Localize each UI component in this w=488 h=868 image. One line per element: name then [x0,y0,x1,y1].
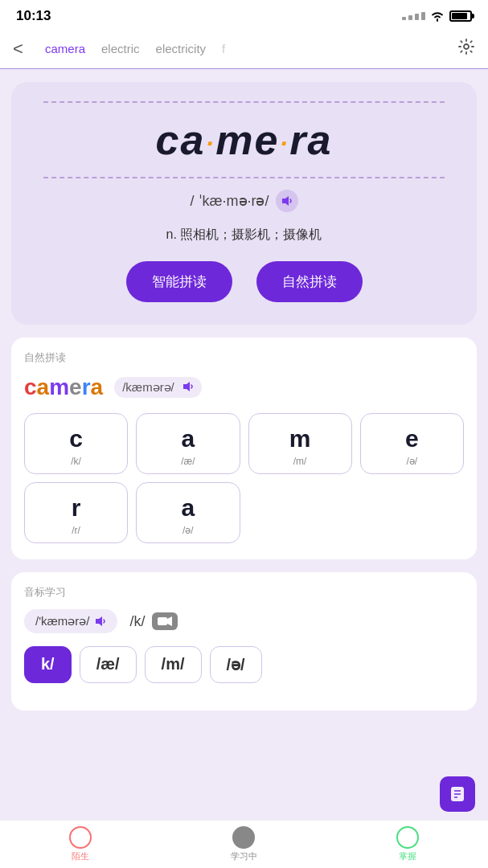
camera-video-icon[interactable] [152,612,178,630]
bottom-nav-mastered[interactable]: 掌握 [396,826,419,862]
natural-read-button[interactable]: 自然拼读 [256,261,363,302]
natural-section-label: 自然拼读 [24,350,464,365]
phonetic-chips: k/ /æ/ /m/ /ə/ [24,646,464,683]
main-content: ca·me·ra / ˈkæ·mə·rə/ n. 照相机；摄影机；摄像机 智能拼… [0,69,488,820]
learning-label: 学习中 [231,850,257,862]
battery-icon [449,10,472,22]
phonetic-text: / ˈkæ·mə·rə/ [191,192,269,210]
phonetic-section-label: 音标学习 [24,585,464,600]
bottom-nav: 陌生 学习中 掌握 [0,820,488,868]
signal-icon [402,12,425,20]
natural-word-row: camera /kæmərə/ [24,375,464,400]
phonetic-chip-m[interactable]: /m/ [145,646,202,683]
natural-sound-button[interactable] [182,380,194,394]
svg-marker-1 [282,196,289,206]
natural-word: camera [24,375,103,400]
letter-card-m[interactable]: m /m/ [248,413,352,474]
phonetic-study-sound-button[interactable] [95,615,106,628]
word-card: ca·me·ra / ˈkæ·mə·rə/ n. 照相机；摄影机；摄像机 智能拼… [11,82,477,325]
svg-point-0 [464,44,469,49]
stranger-label: 陌生 [72,850,89,862]
back-button[interactable]: < [13,39,37,59]
notes-button[interactable] [440,776,475,812]
nav-tabs: camera electric electricity f [37,40,457,57]
letter-grid-row1: c /k/ a /æ/ m /m/ e /ə/ [24,413,464,474]
letter-grid-row2: r /r/ a /ə/ [24,482,464,543]
status-icons [402,10,472,22]
natural-phonetic: /kæmərə/ [114,377,202,398]
svg-marker-3 [96,616,102,626]
wifi-icon [430,10,445,22]
status-time: 10:13 [16,8,51,24]
phonetic-chip-k[interactable]: k/ [24,646,72,683]
bottom-nav-learning[interactable]: 学习中 [231,826,257,862]
phonetic-full-pill[interactable]: /'kæmərə/ [24,609,117,633]
mastered-circle [396,826,419,849]
nav-tab-electric[interactable]: electric [93,40,148,57]
svg-rect-4 [158,617,167,625]
phonetic-sound-button[interactable] [276,190,298,212]
phonetic-row: / ˈkæ·mə·rə/ [27,190,461,212]
definition: n. 照相机；摄影机；摄像机 [27,227,461,244]
svg-marker-5 [167,616,172,626]
smart-read-button[interactable]: 智能拼读 [126,261,232,302]
dashes-bottom [43,177,445,178]
natural-section: 自然拼读 camera /kæmərə/ c /k/ [11,338,477,559]
nav-tab-camera[interactable]: camera [37,40,93,57]
dashes-top [43,101,445,103]
settings-button[interactable] [457,38,475,59]
word-title: ca·me·ra [27,116,461,164]
stranger-circle [69,826,92,849]
mastered-label: 掌握 [399,850,416,862]
phonetic-chip-ae[interactable]: /æ/ [80,646,137,683]
phonetic-k-row: /k/ [130,612,178,630]
learning-circle [232,826,255,849]
phonetic-study-row: /'kæmərə/ /k/ [24,609,464,633]
svg-marker-2 [183,382,190,391]
nav-bar: < camera electric electricity f [0,29,488,69]
letter-card-a2[interactable]: a /ə/ [136,482,240,543]
phonetic-section: 音标学习 /'kæmərə/ /k/ [11,572,477,710]
bottom-nav-stranger[interactable]: 陌生 [69,826,92,862]
letter-card-a1[interactable]: a /æ/ [136,413,240,474]
action-buttons: 智能拼读 自然拼读 [27,261,461,302]
letter-card-r[interactable]: r /r/ [24,482,128,543]
phonetic-chip-schwa[interactable]: /ə/ [210,646,262,683]
letter-card-e[interactable]: e /ə/ [360,413,464,474]
nav-tab-electricity[interactable]: electricity [148,40,215,57]
nav-tab-f[interactable]: f [214,40,233,57]
letter-card-c[interactable]: c /k/ [24,413,128,474]
status-bar: 10:13 [0,0,488,29]
